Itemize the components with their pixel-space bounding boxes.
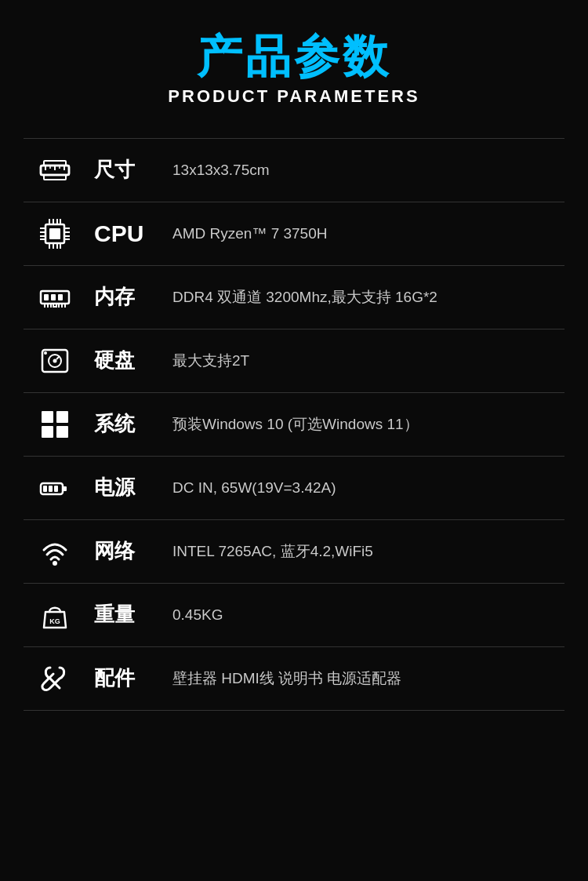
svg-rect-50 [49, 486, 53, 492]
svg-rect-29 [51, 294, 56, 300]
hdd-icon [38, 344, 72, 378]
wifi-icon [38, 534, 72, 569]
param-label-network: 网络 [94, 537, 157, 565]
svg-rect-48 [63, 486, 67, 491]
svg-rect-10 [49, 228, 60, 239]
param-value-os: 预装Windows 10 (可选Windows 11） [172, 414, 557, 435]
svg-rect-31 [53, 304, 56, 307]
param-label-os: 系统 [94, 410, 157, 438]
svg-text:KG: KG [49, 617, 60, 625]
icon-cell-os [31, 407, 78, 442]
param-row-storage: 硬盘 最大支持2T [24, 329, 564, 393]
svg-point-42 [44, 351, 47, 355]
param-row-cpu: CPU AMD Ryzen™ 7 3750H [24, 202, 564, 266]
svg-rect-49 [43, 486, 47, 492]
param-value-accessories: 壁挂器 HDMI线 说明书 电源适配器 [172, 668, 557, 690]
icon-cell-size [31, 153, 78, 187]
param-label-cpu: CPU [94, 220, 157, 247]
windows-icon [38, 407, 72, 442]
icon-cell-storage [31, 344, 78, 378]
param-row-os: 系统 预装Windows 10 (可选Windows 11） [24, 393, 564, 457]
svg-rect-8 [44, 175, 66, 180]
param-value-size: 13x13x3.75cm [172, 160, 557, 181]
param-label-accessories: 配件 [94, 664, 157, 692]
svg-line-41 [56, 356, 60, 359]
header-section: 产品参数 PRODUCT PARAMETERS [168, 31, 419, 107]
svg-point-52 [53, 561, 57, 566]
power-icon [38, 471, 72, 505]
param-value-memory: DDR4 双通道 3200Mhz,最大支持 16G*2 [172, 287, 557, 308]
svg-rect-30 [58, 294, 63, 300]
memory-icon [38, 280, 72, 315]
svg-rect-51 [54, 486, 58, 492]
param-label-weight: 重量 [94, 601, 157, 628]
param-row-weight: KG 重量 0.45KG [24, 584, 564, 647]
param-value-network: INTEL 7265AC, 蓝牙4.2,WiFi5 [172, 541, 557, 562]
svg-rect-46 [56, 426, 68, 438]
ruler-icon [38, 153, 72, 187]
param-row-network: 网络 INTEL 7265AC, 蓝牙4.2,WiFi5 [24, 520, 564, 584]
title-chinese: 产品参数 [168, 31, 419, 82]
param-value-storage: 最大支持2T [172, 351, 557, 372]
param-label-power: 电源 [94, 474, 157, 501]
icon-cell-accessories [31, 661, 78, 696]
icon-cell-power [31, 471, 78, 505]
icon-cell-network [31, 534, 78, 569]
icon-cell-cpu [31, 217, 78, 251]
title-english: PRODUCT PARAMETERS [168, 86, 419, 107]
svg-rect-44 [56, 411, 68, 423]
svg-rect-45 [42, 426, 53, 438]
param-label-storage: 硬盘 [94, 347, 157, 374]
weight-icon: KG [38, 598, 72, 632]
page-wrapper: 产品参数 PRODUCT PARAMETERS [0, 0, 588, 881]
param-value-weight: 0.45KG [172, 605, 557, 626]
param-value-power: DC IN, 65W(19V=3.42A) [172, 478, 557, 499]
accessories-icon [38, 661, 72, 696]
param-value-cpu: AMD Ryzen™ 7 3750H [172, 224, 557, 245]
icon-cell-memory [31, 280, 78, 315]
params-list: 尺寸 13x13x3.75cm [24, 138, 564, 711]
param-label-memory: 内存 [94, 283, 157, 311]
param-row-memory: 内存 DDR4 双通道 3200Mhz,最大支持 16G*2 [24, 266, 564, 329]
svg-rect-28 [44, 294, 49, 300]
cpu-icon [38, 217, 72, 251]
svg-point-40 [53, 359, 57, 362]
param-row-accessories: 配件 壁挂器 HDMI线 说明书 电源适配器 [24, 647, 564, 711]
svg-rect-7 [44, 161, 66, 166]
param-row-power: 电源 DC IN, 65W(19V=3.42A) [24, 457, 564, 520]
param-row-size: 尺寸 13x13x3.75cm [24, 138, 564, 202]
param-label-size: 尺寸 [94, 156, 157, 184]
icon-cell-weight: KG [31, 598, 78, 632]
svg-rect-43 [42, 411, 53, 423]
